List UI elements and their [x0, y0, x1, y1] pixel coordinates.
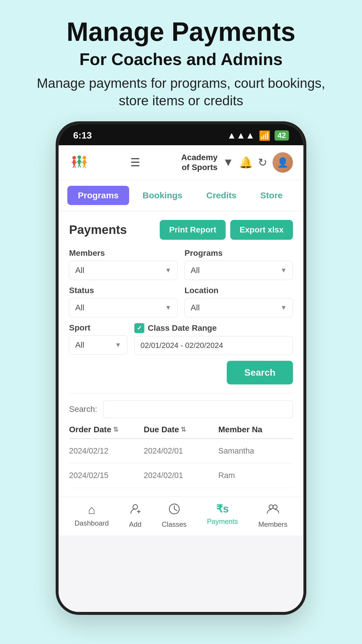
print-report-button[interactable]: Print Report [160, 220, 226, 240]
tabs: Programs Bookings Credits Store [67, 186, 295, 205]
nav-dashboard[interactable]: ⌂ Dashboard [75, 503, 109, 528]
dropdown-icon[interactable]: ▼ [223, 156, 234, 169]
page-subtitle: For Coaches and Admins [23, 49, 339, 69]
cell-order-date-1: 2024/02/12 [69, 447, 144, 456]
header-right: Academy of Sports ▼ 🔔 ↻ 👤 [181, 152, 293, 173]
menu-icon[interactable]: ☰ [130, 156, 140, 169]
status-time: 6:13 [73, 130, 92, 141]
svg-line-11 [79, 164, 80, 168]
table-search-row: Search: [69, 400, 293, 418]
members-icon [267, 503, 279, 518]
status-label: Status [69, 286, 178, 295]
page-title: Manage Payments [23, 18, 339, 46]
filters-grid: Members All ▼ Programs All ▼ Statu [69, 249, 293, 317]
org-name: Academy of Sports [181, 153, 218, 172]
programs-select[interactable]: All ▼ [184, 261, 293, 280]
svg-line-23 [174, 509, 177, 511]
programs-chevron: ▼ [280, 267, 287, 274]
cell-member-name-2: Ram [218, 471, 293, 480]
payments-header: Payments Print Report Export xlsx [69, 220, 293, 240]
tab-programs[interactable]: Programs [67, 186, 129, 205]
search-button-row: Search [69, 361, 293, 384]
table-search-input[interactable] [103, 400, 293, 418]
col-due-date: Due Date ⇅ [144, 425, 218, 434]
app-logo [69, 154, 89, 170]
logo-svg [69, 154, 89, 170]
svg-rect-7 [78, 159, 81, 164]
page-header: Manage Payments For Coaches and Admins M… [0, 0, 362, 118]
location-filter: Location All ▼ [184, 286, 293, 317]
table-search-label: Search: [69, 405, 97, 414]
members-select[interactable]: All ▼ [69, 261, 178, 280]
svg-point-6 [78, 155, 81, 159]
date-range-input[interactable]: 02/01/2024 - 02/20/2024 [134, 336, 293, 355]
location-select[interactable]: All ▼ [184, 298, 293, 317]
programs-filter: Programs All ▼ [184, 249, 293, 280]
table-row: 2024/02/15 2024/02/01 Ram [69, 463, 293, 488]
tab-store[interactable]: Store [250, 186, 293, 205]
nav-add[interactable]: Add [129, 503, 142, 528]
table-header: Order Date ⇅ Due Date ⇅ Member Na [69, 425, 293, 439]
date-range-label: ✓ Class Date Range [134, 323, 293, 333]
tab-credits[interactable]: Credits [196, 186, 247, 205]
sort-due-date[interactable]: ⇅ [181, 426, 186, 433]
sport-select[interactable]: All ▼ [69, 335, 127, 355]
sport-date-row: Sport All ▼ ✓ Class Date Range 02/01/202… [69, 323, 293, 355]
members-chevron: ▼ [165, 267, 171, 274]
cell-member-name-1: Samantha [218, 447, 293, 456]
tab-bookings[interactable]: Bookings [132, 186, 193, 205]
checkbox-icon[interactable]: ✓ [134, 323, 144, 333]
add-icon [129, 503, 141, 518]
members-label: Members [69, 249, 178, 258]
phone-mockup: 6:13 ▲▲▲ 📶 42 [56, 121, 306, 615]
sort-order-date[interactable]: ⇅ [113, 426, 118, 433]
nav-payments[interactable]: ₹s Payments [207, 503, 238, 528]
col-member-name: Member Na [218, 425, 293, 434]
app-header: ☰ Academy of Sports ▼ 🔔 ↻ 👤 [59, 145, 303, 180]
avatar-image: 👤 [273, 152, 293, 173]
battery-icon: 42 [275, 130, 289, 141]
status-bar: 6:13 ▲▲▲ 📶 42 [59, 124, 303, 145]
notification-icon[interactable]: 🔔 [239, 156, 253, 169]
nav-classes[interactable]: Classes [162, 503, 187, 528]
avatar[interactable]: 👤 [273, 152, 293, 173]
export-xlsx-button[interactable]: Export xlsx [230, 220, 293, 240]
payments-icon: ₹s [216, 503, 229, 515]
col-order-date: Order Date ⇅ [69, 425, 144, 434]
location-chevron: ▼ [280, 304, 287, 312]
svg-point-12 [82, 156, 86, 160]
location-label: Location [184, 286, 293, 295]
phone-content: ☰ Academy of Sports ▼ 🔔 ↻ 👤 Programs Boo… [59, 145, 303, 612]
action-buttons: Print Report Export xlsx [160, 220, 293, 240]
wifi-icon: 📶 [259, 130, 270, 141]
table-row: 2024/02/12 2024/02/01 Samantha [69, 439, 293, 463]
svg-point-24 [269, 505, 273, 509]
svg-point-25 [273, 505, 277, 509]
status-select[interactable]: All ▼ [69, 298, 178, 317]
cell-due-date-2: 2024/02/01 [144, 471, 218, 480]
sport-filter: Sport All ▼ [69, 323, 127, 355]
divider [69, 393, 293, 393]
page-description: Manage payments for programs, court book… [23, 75, 339, 110]
classes-icon [168, 503, 180, 518]
cell-due-date-1: 2024/02/01 [144, 447, 218, 456]
svg-point-0 [72, 156, 76, 160]
refresh-icon[interactable]: ↻ [258, 156, 267, 169]
programs-label: Programs [184, 249, 293, 258]
svg-rect-13 [83, 160, 86, 165]
main-content: Payments Print Report Export xlsx Member… [59, 211, 303, 497]
sport-chevron: ▼ [115, 341, 121, 349]
status-filter: Status All ▼ [69, 286, 178, 317]
search-button[interactable]: Search [227, 361, 293, 384]
sport-label: Sport [69, 323, 90, 332]
tabs-container: Programs Bookings Credits Store [59, 180, 303, 211]
payments-title: Payments [69, 223, 127, 237]
dashboard-icon: ⌂ [88, 503, 95, 517]
bottom-nav: ⌂ Dashboard Add [59, 497, 303, 536]
signal-icon: ▲▲▲ [227, 130, 255, 141]
svg-line-17 [85, 165, 86, 168]
svg-line-5 [74, 165, 75, 168]
nav-members[interactable]: Members [258, 503, 287, 528]
status-icons: ▲▲▲ 📶 42 [227, 130, 289, 141]
status-chevron: ▼ [165, 304, 171, 312]
